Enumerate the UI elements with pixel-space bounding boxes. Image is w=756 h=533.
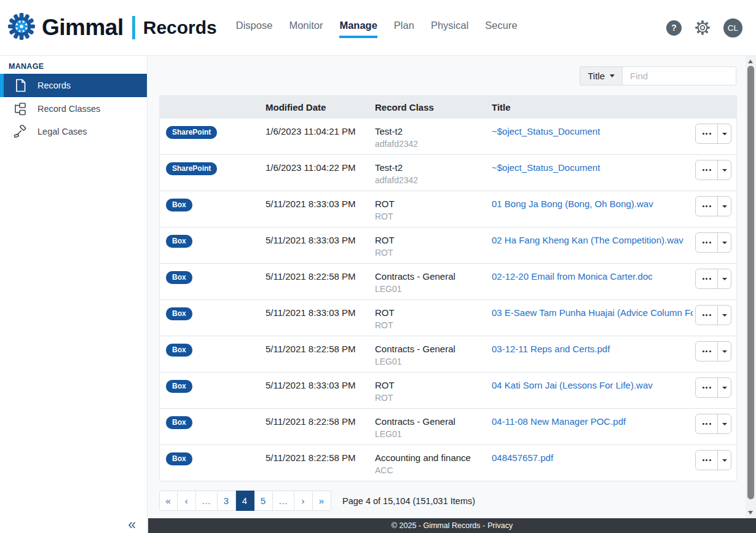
user-avatar[interactable]: CL [723, 18, 742, 38]
scrollbar[interactable] [746, 56, 756, 518]
record-title-link[interactable]: 02-12-20 Email from Monica Carter.doc [492, 271, 653, 282]
record-class-cell: ROTROT [369, 191, 486, 227]
record-actions-button[interactable] [696, 342, 718, 361]
record-actions-dropdown-button[interactable] [718, 342, 731, 361]
page-5-button[interactable]: 5 [254, 491, 273, 511]
record-class-cell: Contracts - GeneralLEG01 [369, 264, 486, 299]
scroll-thumb[interactable] [747, 66, 754, 499]
find-input[interactable] [623, 66, 736, 85]
actions-cell [693, 373, 736, 408]
record-title-link[interactable]: 048457657.pdf [492, 452, 553, 463]
brand-product: Records [143, 17, 217, 38]
chevron-down-icon [610, 74, 615, 77]
record-title-link[interactable]: 01 Bong Ja Bong (Bong, Oh Bong).wav [492, 199, 653, 209]
record-class-cell: ROTROT [369, 300, 486, 336]
record-actions-button[interactable] [696, 124, 718, 143]
actions-cell [693, 336, 736, 372]
record-class-code: adfafd2342 [375, 175, 483, 185]
record-actions-button[interactable] [696, 160, 718, 180]
privacy-link[interactable]: Privacy [487, 521, 513, 530]
table-header-row: Modified Date Record Class Title [160, 96, 736, 119]
nav-tab-dispose[interactable]: Dispose [236, 20, 273, 38]
ellipsis-dot [703, 242, 704, 243]
record-actions-dropdown-button[interactable] [718, 269, 731, 288]
sidebar-section-label: MANAGE [9, 62, 147, 71]
scroll-up-icon[interactable] [748, 60, 753, 63]
ellipsis-dot [703, 387, 704, 389]
pager-ellipsis-right[interactable]: … [273, 491, 294, 511]
sidebar-item-records[interactable]: Records [0, 74, 147, 97]
nav-tab-physical[interactable]: Physical [431, 20, 468, 38]
filter-field-dropdown[interactable]: Title [580, 66, 623, 85]
sidebar-item-legal-cases[interactable]: Legal Cases [0, 120, 147, 143]
nav-tab-plan[interactable]: Plan [394, 20, 414, 38]
scroll-down-icon[interactable] [748, 511, 753, 515]
source-cell: SharePoint [160, 155, 259, 191]
record-actions-button[interactable] [696, 378, 718, 397]
ellipsis-dot [703, 459, 704, 461]
previous-page-button[interactable]: ‹ [178, 491, 196, 511]
source-badge: SharePoint [166, 126, 217, 139]
ellipsis-dot [709, 242, 711, 243]
record-actions-button[interactable] [696, 233, 718, 252]
actions-cell [693, 191, 736, 227]
actions-cell [693, 119, 736, 154]
settings-gear-icon[interactable] [695, 20, 711, 36]
record-actions-dropdown-button[interactable] [718, 378, 731, 397]
first-page-button[interactable]: « [159, 491, 178, 511]
nav-tab-secure[interactable]: Secure [485, 20, 517, 38]
modified-date-cell: 5/11/2021 8:33:03 PM [259, 191, 369, 227]
nav-tab-manage[interactable]: Manage [339, 20, 377, 38]
record-actions-dropdown-button[interactable] [718, 414, 731, 433]
record-class-name: Contracts - General [375, 344, 483, 354]
record-title-link[interactable]: 04 Kati Sorn Jai (Lessons For Life).wav [492, 380, 653, 390]
record-actions-button[interactable] [696, 451, 718, 470]
title-cell: ~$oject_Status_Document [486, 119, 693, 154]
record-title-link[interactable]: 03-12-11 Reps and Certs.pdf [492, 344, 610, 354]
ellipsis-dot [703, 350, 704, 352]
pager-ellipsis-left[interactable]: … [196, 491, 218, 511]
ellipsis-dot [706, 205, 707, 207]
record-title-link[interactable]: 03 E-Saew Tam Punha Huajai (Advice Colum… [492, 307, 693, 318]
chevron-down-icon [722, 459, 727, 462]
record-class-code: ROT [375, 393, 483, 403]
help-icon[interactable]: ? [666, 20, 682, 36]
table-row: Box5/11/2021 8:33:03 PMROTROT04 Kati Sor… [160, 373, 736, 409]
record-actions-dropdown-button[interactable] [718, 306, 731, 325]
sidebar-item-record-classes[interactable]: Record Classes [0, 97, 147, 120]
page-3-button[interactable]: 3 [218, 491, 236, 511]
record-title-link[interactable]: ~$oject_Status_Document [492, 126, 600, 136]
record-actions-button[interactable] [696, 269, 718, 288]
record-class-cell: ROTROT [369, 227, 486, 263]
page-4-button[interactable]: 4 [236, 491, 254, 511]
last-page-button[interactable]: » [313, 491, 331, 511]
record-actions-dropdown-button[interactable] [718, 160, 731, 180]
table-row: Box5/11/2021 8:33:03 PMROTROT02 Ha Fang … [160, 227, 736, 264]
column-header-source [160, 96, 259, 119]
record-actions-button[interactable] [696, 306, 718, 325]
ellipsis-dot [709, 205, 711, 207]
record-title-link[interactable]: 02 Ha Fang Kheng Kan (The Competition).w… [492, 235, 683, 245]
sidebar-collapse-icon[interactable]: « [128, 518, 136, 532]
ellipsis-dot [709, 169, 711, 171]
record-actions-split-button [695, 160, 731, 180]
record-actions-button[interactable] [696, 197, 718, 216]
hierarchy-icon [14, 102, 27, 116]
chevron-down-icon [722, 205, 727, 208]
record-actions-dropdown-button[interactable] [718, 197, 731, 216]
title-cell: 04-11-08 New Manager POC.pdf [486, 409, 693, 444]
app-header: Gimmal Records Dispose Monitor Manage Pl… [0, 0, 756, 56]
record-actions-dropdown-button[interactable] [718, 233, 731, 252]
filter-field-label: Title [588, 71, 605, 81]
record-title-link[interactable]: 04-11-08 New Manager POC.pdf [492, 416, 626, 427]
nav-tab-monitor[interactable]: Monitor [289, 20, 323, 38]
table-row: Box5/11/2021 8:22:58 PMContracts - Gener… [160, 409, 736, 445]
record-actions-dropdown-button[interactable] [718, 124, 731, 143]
record-actions-dropdown-button[interactable] [718, 451, 731, 470]
record-actions-button[interactable] [696, 414, 718, 433]
title-cell: 01 Bong Ja Bong (Bong, Oh Bong).wav [486, 191, 693, 227]
next-page-button[interactable]: › [294, 491, 313, 511]
chevron-down-icon [722, 423, 727, 425]
record-title-link[interactable]: ~$oject_Status_Document [492, 162, 600, 173]
ellipsis-dot [706, 387, 707, 389]
